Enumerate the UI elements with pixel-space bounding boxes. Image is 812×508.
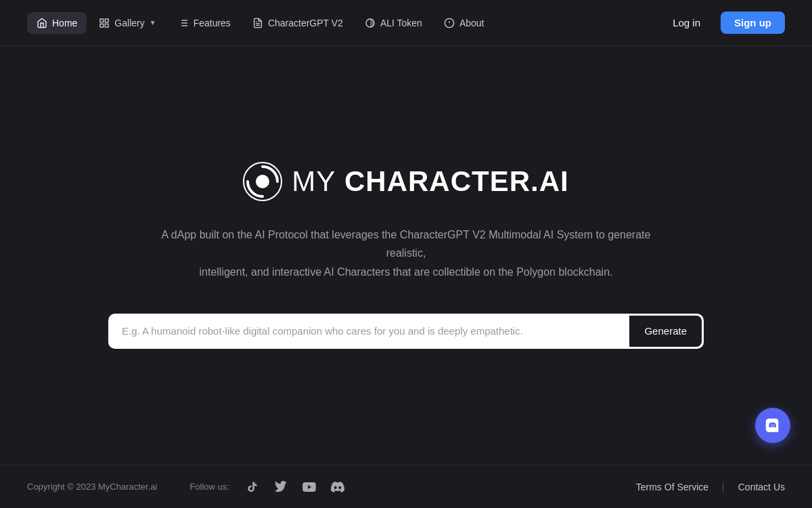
- nav-features-label: Features: [194, 18, 231, 28]
- chevron-down-icon: ▼: [150, 19, 156, 26]
- nav-item-ali-token[interactable]: ALI Token: [355, 12, 432, 34]
- nav-gallery-label: Gallery: [114, 18, 144, 28]
- info-icon: [444, 18, 455, 28]
- footer-social: Follow us:: [189, 478, 347, 496]
- logo-text-bold: CHARACTER.AI: [344, 165, 569, 197]
- list-icon: [178, 18, 189, 28]
- copyright: Copyright © 2023 MyCharacter.ai: [27, 482, 157, 492]
- nav-left: Home Gallery ▼ Features: [27, 12, 660, 34]
- discord-social-icon[interactable]: [328, 478, 347, 496]
- nav-item-about[interactable]: About: [434, 12, 494, 34]
- logo-icon: [243, 162, 282, 201]
- svg-rect-0: [100, 19, 104, 22]
- twitter-icon[interactable]: [271, 478, 290, 496]
- nav-charactergpt-label: CharacterGPT V2: [268, 18, 343, 28]
- nav-item-gallery[interactable]: Gallery ▼: [89, 12, 165, 34]
- youtube-icon[interactable]: [300, 478, 319, 496]
- logo-text-light: MY: [292, 165, 336, 197]
- footer-divider: |: [722, 482, 725, 492]
- hero-description: A dApp built on the AI Protocol that lev…: [142, 226, 670, 281]
- logo-text: MY CHARACTER.AI: [292, 165, 568, 198]
- login-button[interactable]: Log in: [660, 12, 713, 34]
- follow-label: Follow us:: [189, 482, 229, 492]
- navbar: Home Gallery ▼ Features: [0, 0, 812, 46]
- nav-ali-token-label: ALI Token: [380, 18, 422, 28]
- footer: Copyright © 2023 MyCharacter.ai Follow u…: [0, 465, 812, 508]
- svg-rect-3: [106, 24, 109, 27]
- token-icon: [365, 18, 376, 28]
- nav-item-home[interactable]: Home: [27, 12, 87, 34]
- gallery-icon: [99, 18, 110, 28]
- doc-icon: [252, 18, 263, 28]
- footer-right: Terms Of Service | Contact Us: [636, 482, 785, 492]
- generate-button[interactable]: Generate: [629, 316, 702, 347]
- main-content: MY CHARACTER.AI A dApp built on the AI P…: [0, 46, 812, 465]
- generate-form: Generate: [108, 314, 704, 349]
- home-icon: [37, 18, 47, 28]
- logo: MY CHARACTER.AI: [243, 162, 568, 201]
- nav-right: Log in Sign up: [660, 12, 785, 34]
- contact-link[interactable]: Contact Us: [738, 482, 785, 492]
- nav-home-label: Home: [52, 18, 77, 28]
- discord-button[interactable]: [755, 408, 790, 443]
- nav-item-charactergpt[interactable]: CharacterGPT V2: [243, 12, 353, 34]
- svg-point-17: [256, 175, 269, 188]
- terms-link[interactable]: Terms Of Service: [636, 482, 708, 492]
- character-input[interactable]: [108, 314, 629, 349]
- svg-rect-2: [100, 24, 104, 27]
- discord-icon: [764, 419, 782, 432]
- nav-about-label: About: [459, 18, 484, 28]
- signup-button[interactable]: Sign up: [721, 12, 785, 34]
- tiktok-icon[interactable]: [243, 478, 262, 496]
- nav-item-features[interactable]: Features: [168, 12, 240, 34]
- svg-rect-1: [106, 19, 109, 22]
